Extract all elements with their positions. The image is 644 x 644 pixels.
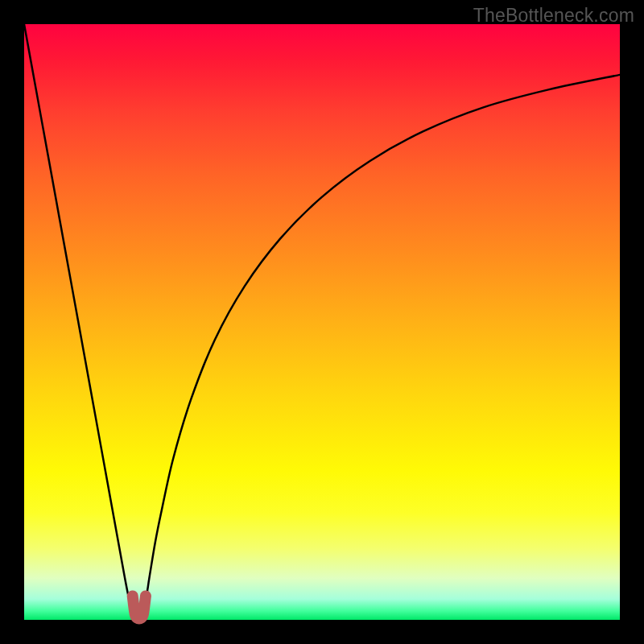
bottleneck-curve xyxy=(24,24,620,620)
chart-svg xyxy=(0,0,644,644)
bottleneck-curve-path xyxy=(24,24,620,620)
watermark-text: TheBottleneck.com xyxy=(473,5,634,27)
optimal-marker-path xyxy=(133,596,146,618)
optimal-marker xyxy=(133,596,146,618)
chart-frame: TheBottleneck.com xyxy=(0,0,644,644)
